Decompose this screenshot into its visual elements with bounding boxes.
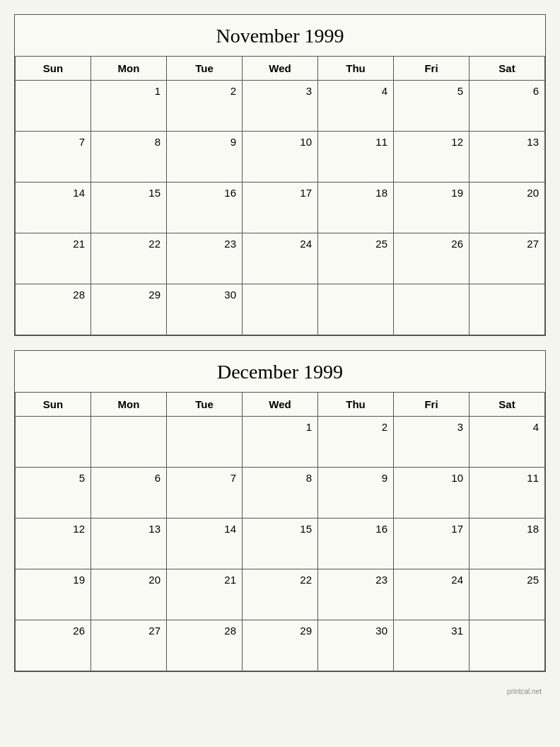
table-row: 8 — [243, 468, 318, 519]
table-row: 28 — [167, 620, 243, 671]
table-row: 22 — [91, 233, 167, 284]
table-row — [16, 417, 91, 468]
table-row: 26 — [16, 620, 91, 671]
nov-header-tue: Tue — [167, 57, 243, 81]
nov-header-sun: Sun — [16, 57, 91, 81]
table-row: 24 — [243, 233, 318, 284]
dec-header-wed: Wed — [243, 393, 318, 417]
nov-header-fri: Fri — [394, 57, 469, 81]
table-row: 13 — [91, 519, 167, 569]
table-row: 30 — [318, 620, 394, 671]
table-row: 13 — [469, 132, 545, 183]
table-row: 9 — [318, 468, 394, 519]
table-row: 17 — [394, 519, 469, 569]
dec-header-mon: Mon — [91, 393, 167, 417]
table-row: 17 — [243, 183, 318, 233]
table-row: 10 — [394, 468, 469, 519]
table-row: 23 — [318, 569, 394, 620]
table-row: 18 — [469, 519, 545, 569]
november-calendar: November 1999 Sun Mon Tue Wed Thu Fri Sa… — [14, 14, 546, 336]
table-row: 19 — [16, 569, 91, 620]
table-row: 14 — [167, 519, 243, 569]
table-row: 2 — [318, 417, 394, 468]
table-row: 29 — [243, 620, 318, 671]
table-row: 3 — [243, 81, 318, 132]
table-row: 25 — [318, 233, 394, 284]
december-calendar: December 1999 Sun Mon Tue Wed Thu Fri Sa… — [14, 350, 546, 672]
table-row: 19 — [394, 183, 469, 233]
table-row — [167, 417, 243, 468]
table-row — [91, 417, 167, 468]
table-row: 22 — [243, 569, 318, 620]
dec-header-sat: Sat — [469, 393, 545, 417]
table-row: 21 — [167, 569, 243, 620]
table-row: 26 — [394, 233, 469, 284]
table-row: 27 — [469, 233, 545, 284]
table-row: 21 — [16, 233, 91, 284]
table-row: 25 — [469, 569, 545, 620]
table-row: 15 — [243, 519, 318, 569]
table-row: 16 — [167, 183, 243, 233]
table-row — [469, 620, 545, 671]
table-row: 6 — [469, 81, 545, 132]
table-row — [16, 81, 91, 132]
table-row: 12 — [394, 132, 469, 183]
table-row: 5 — [16, 468, 91, 519]
table-row: 12 — [16, 519, 91, 569]
table-row: 31 — [394, 620, 469, 671]
table-row: 5 — [394, 81, 469, 132]
november-grid: Sun Mon Tue Wed Thu Fri Sat 1 2 3 4 5 6 … — [15, 57, 545, 335]
nov-header-thu: Thu — [318, 57, 394, 81]
table-row: 7 — [16, 132, 91, 183]
table-row: 3 — [394, 417, 469, 468]
dec-header-tue: Tue — [167, 393, 243, 417]
table-row: 4 — [469, 417, 545, 468]
december-grid: Sun Mon Tue Wed Thu Fri Sat 1 2 3 4 5 6 … — [15, 393, 545, 671]
table-row — [394, 284, 469, 335]
table-row — [243, 284, 318, 335]
table-row: 20 — [91, 569, 167, 620]
table-row: 9 — [167, 132, 243, 183]
december-title: December 1999 — [15, 351, 545, 393]
table-row: 4 — [318, 81, 394, 132]
table-row: 8 — [91, 132, 167, 183]
nov-header-mon: Mon — [91, 57, 167, 81]
table-row — [469, 284, 545, 335]
table-row: 16 — [318, 519, 394, 569]
dec-header-fri: Fri — [394, 393, 469, 417]
table-row — [318, 284, 394, 335]
november-title: November 1999 — [15, 15, 545, 57]
table-row: 15 — [91, 183, 167, 233]
table-row: 28 — [16, 284, 91, 335]
table-row: 27 — [91, 620, 167, 671]
table-row: 23 — [167, 233, 243, 284]
table-row: 14 — [16, 183, 91, 233]
table-row: 10 — [243, 132, 318, 183]
table-row: 11 — [318, 132, 394, 183]
table-row: 1 — [243, 417, 318, 468]
table-row: 2 — [167, 81, 243, 132]
table-row: 29 — [91, 284, 167, 335]
table-row: 6 — [91, 468, 167, 519]
table-row: 30 — [167, 284, 243, 335]
dec-header-sun: Sun — [16, 393, 91, 417]
nov-header-sat: Sat — [469, 57, 545, 81]
nov-header-wed: Wed — [243, 57, 318, 81]
table-row: 11 — [469, 468, 545, 519]
table-row: 1 — [91, 81, 167, 132]
table-row: 24 — [394, 569, 469, 620]
calendar-container: November 1999 Sun Mon Tue Wed Thu Fri Sa… — [14, 14, 546, 697]
watermark: printcal.net — [14, 686, 546, 697]
table-row: 7 — [167, 468, 243, 519]
table-row: 20 — [469, 183, 545, 233]
dec-header-thu: Thu — [318, 393, 394, 417]
table-row: 18 — [318, 183, 394, 233]
